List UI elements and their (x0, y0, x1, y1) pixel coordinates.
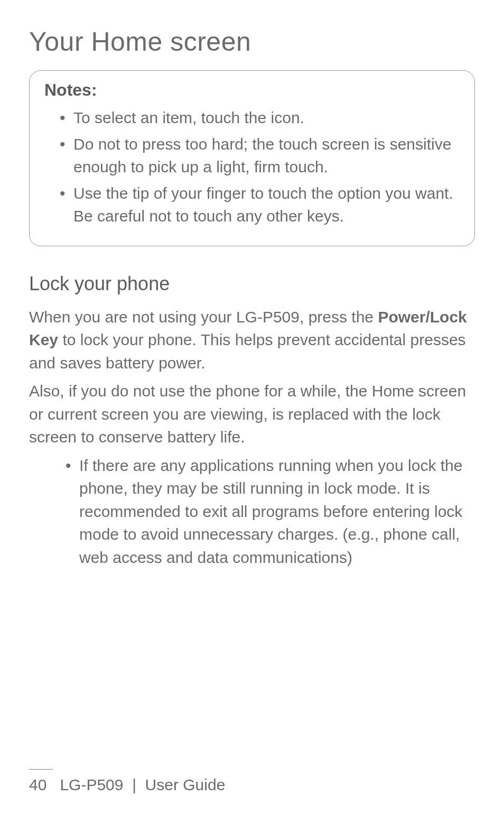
notes-heading: Notes: (44, 80, 460, 100)
notes-list: To select an item, touch the icon. Do no… (44, 106, 460, 228)
body-paragraph: Also, if you do not use the phone for a … (29, 380, 475, 449)
page-number: 40 (29, 776, 46, 793)
text-run: When you are not using your LG-P509, pre… (29, 308, 378, 326)
notes-box: Notes: To select an item, touch the icon… (29, 70, 475, 246)
guide-label: User Guide (145, 776, 226, 793)
page-title: Your Home screen (29, 26, 475, 57)
spacer (46, 776, 60, 793)
body-list: If there are any applications running wh… (29, 454, 475, 569)
notes-item: Use the tip of your finger to touch the … (73, 182, 460, 228)
notes-item: Do not to press too hard; the touch scre… (73, 133, 460, 179)
text-run: to lock your phone. This helps prevent a… (29, 331, 466, 372)
list-item: If there are any applications running wh… (79, 454, 475, 569)
page-footer: 40 LG-P509 | User Guide (29, 769, 225, 794)
separator: | (123, 776, 145, 793)
footer-text: 40 LG-P509 | User Guide (29, 776, 225, 794)
model-label: LG-P509 (60, 776, 123, 793)
footer-rule (29, 769, 53, 770)
notes-item: To select an item, touch the icon. (73, 106, 460, 130)
body-paragraph: When you are not using your LG-P509, pre… (29, 306, 475, 375)
section-heading: Lock your phone (29, 273, 475, 295)
